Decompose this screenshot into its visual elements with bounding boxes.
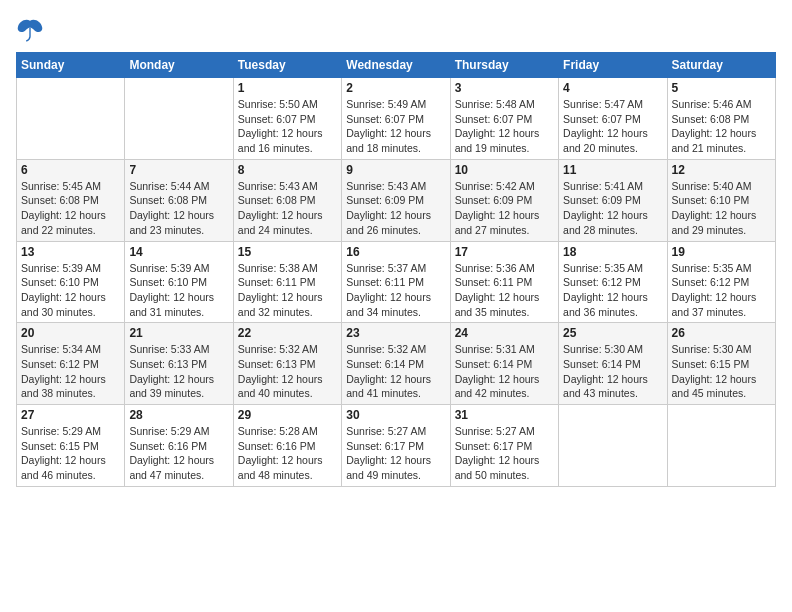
day-info: Sunrise: 5:29 AMSunset: 6:15 PMDaylight:… [21, 424, 120, 483]
day-number: 26 [672, 326, 771, 340]
day-info: Sunrise: 5:39 AMSunset: 6:10 PMDaylight:… [129, 261, 228, 320]
calendar-weekday-sunday: Sunday [17, 53, 125, 78]
day-number: 9 [346, 163, 445, 177]
calendar-cell: 19Sunrise: 5:35 AMSunset: 6:12 PMDayligh… [667, 241, 775, 323]
day-info: Sunrise: 5:44 AMSunset: 6:08 PMDaylight:… [129, 179, 228, 238]
day-info: Sunrise: 5:37 AMSunset: 6:11 PMDaylight:… [346, 261, 445, 320]
calendar-cell: 21Sunrise: 5:33 AMSunset: 6:13 PMDayligh… [125, 323, 233, 405]
calendar-cell: 22Sunrise: 5:32 AMSunset: 6:13 PMDayligh… [233, 323, 341, 405]
day-info: Sunrise: 5:29 AMSunset: 6:16 PMDaylight:… [129, 424, 228, 483]
day-info: Sunrise: 5:32 AMSunset: 6:13 PMDaylight:… [238, 342, 337, 401]
day-info: Sunrise: 5:33 AMSunset: 6:13 PMDaylight:… [129, 342, 228, 401]
calendar-cell: 25Sunrise: 5:30 AMSunset: 6:14 PMDayligh… [559, 323, 667, 405]
day-number: 8 [238, 163, 337, 177]
calendar-week-row: 20Sunrise: 5:34 AMSunset: 6:12 PMDayligh… [17, 323, 776, 405]
calendar-cell: 29Sunrise: 5:28 AMSunset: 6:16 PMDayligh… [233, 405, 341, 487]
calendar-weekday-monday: Monday [125, 53, 233, 78]
calendar-weekday-friday: Friday [559, 53, 667, 78]
day-info: Sunrise: 5:50 AMSunset: 6:07 PMDaylight:… [238, 97, 337, 156]
calendar-weekday-wednesday: Wednesday [342, 53, 450, 78]
day-number: 12 [672, 163, 771, 177]
calendar-cell [559, 405, 667, 487]
calendar-cell: 9Sunrise: 5:43 AMSunset: 6:09 PMDaylight… [342, 159, 450, 241]
day-number: 31 [455, 408, 554, 422]
calendar-cell: 14Sunrise: 5:39 AMSunset: 6:10 PMDayligh… [125, 241, 233, 323]
day-number: 13 [21, 245, 120, 259]
calendar-cell: 26Sunrise: 5:30 AMSunset: 6:15 PMDayligh… [667, 323, 775, 405]
day-info: Sunrise: 5:30 AMSunset: 6:14 PMDaylight:… [563, 342, 662, 401]
calendar-cell: 28Sunrise: 5:29 AMSunset: 6:16 PMDayligh… [125, 405, 233, 487]
calendar-cell: 30Sunrise: 5:27 AMSunset: 6:17 PMDayligh… [342, 405, 450, 487]
day-info: Sunrise: 5:36 AMSunset: 6:11 PMDaylight:… [455, 261, 554, 320]
calendar-cell: 23Sunrise: 5:32 AMSunset: 6:14 PMDayligh… [342, 323, 450, 405]
calendar-cell: 16Sunrise: 5:37 AMSunset: 6:11 PMDayligh… [342, 241, 450, 323]
day-info: Sunrise: 5:39 AMSunset: 6:10 PMDaylight:… [21, 261, 120, 320]
calendar-cell: 6Sunrise: 5:45 AMSunset: 6:08 PMDaylight… [17, 159, 125, 241]
day-number: 14 [129, 245, 228, 259]
calendar-cell: 11Sunrise: 5:41 AMSunset: 6:09 PMDayligh… [559, 159, 667, 241]
day-info: Sunrise: 5:34 AMSunset: 6:12 PMDaylight:… [21, 342, 120, 401]
day-info: Sunrise: 5:35 AMSunset: 6:12 PMDaylight:… [563, 261, 662, 320]
day-info: Sunrise: 5:32 AMSunset: 6:14 PMDaylight:… [346, 342, 445, 401]
day-number: 19 [672, 245, 771, 259]
calendar-cell [667, 405, 775, 487]
calendar-cell [17, 78, 125, 160]
calendar-weekday-saturday: Saturday [667, 53, 775, 78]
logo-bird-icon [16, 16, 44, 44]
day-info: Sunrise: 5:43 AMSunset: 6:08 PMDaylight:… [238, 179, 337, 238]
day-number: 27 [21, 408, 120, 422]
calendar-cell: 13Sunrise: 5:39 AMSunset: 6:10 PMDayligh… [17, 241, 125, 323]
page-header [16, 16, 776, 44]
day-number: 18 [563, 245, 662, 259]
day-number: 11 [563, 163, 662, 177]
calendar-cell: 17Sunrise: 5:36 AMSunset: 6:11 PMDayligh… [450, 241, 558, 323]
day-number: 29 [238, 408, 337, 422]
day-number: 17 [455, 245, 554, 259]
day-number: 1 [238, 81, 337, 95]
calendar-cell: 5Sunrise: 5:46 AMSunset: 6:08 PMDaylight… [667, 78, 775, 160]
calendar-cell: 12Sunrise: 5:40 AMSunset: 6:10 PMDayligh… [667, 159, 775, 241]
calendar-cell: 1Sunrise: 5:50 AMSunset: 6:07 PMDaylight… [233, 78, 341, 160]
day-info: Sunrise: 5:40 AMSunset: 6:10 PMDaylight:… [672, 179, 771, 238]
day-number: 7 [129, 163, 228, 177]
calendar-cell: 24Sunrise: 5:31 AMSunset: 6:14 PMDayligh… [450, 323, 558, 405]
calendar-weekday-tuesday: Tuesday [233, 53, 341, 78]
calendar-cell: 4Sunrise: 5:47 AMSunset: 6:07 PMDaylight… [559, 78, 667, 160]
day-number: 6 [21, 163, 120, 177]
calendar-cell: 7Sunrise: 5:44 AMSunset: 6:08 PMDaylight… [125, 159, 233, 241]
day-number: 22 [238, 326, 337, 340]
calendar-cell: 8Sunrise: 5:43 AMSunset: 6:08 PMDaylight… [233, 159, 341, 241]
day-info: Sunrise: 5:35 AMSunset: 6:12 PMDaylight:… [672, 261, 771, 320]
calendar-cell: 2Sunrise: 5:49 AMSunset: 6:07 PMDaylight… [342, 78, 450, 160]
day-info: Sunrise: 5:27 AMSunset: 6:17 PMDaylight:… [346, 424, 445, 483]
day-number: 10 [455, 163, 554, 177]
calendar-cell: 15Sunrise: 5:38 AMSunset: 6:11 PMDayligh… [233, 241, 341, 323]
day-info: Sunrise: 5:30 AMSunset: 6:15 PMDaylight:… [672, 342, 771, 401]
day-info: Sunrise: 5:28 AMSunset: 6:16 PMDaylight:… [238, 424, 337, 483]
day-number: 2 [346, 81, 445, 95]
day-info: Sunrise: 5:45 AMSunset: 6:08 PMDaylight:… [21, 179, 120, 238]
day-number: 28 [129, 408, 228, 422]
calendar-week-row: 6Sunrise: 5:45 AMSunset: 6:08 PMDaylight… [17, 159, 776, 241]
day-info: Sunrise: 5:48 AMSunset: 6:07 PMDaylight:… [455, 97, 554, 156]
day-number: 23 [346, 326, 445, 340]
calendar-cell [125, 78, 233, 160]
day-info: Sunrise: 5:38 AMSunset: 6:11 PMDaylight:… [238, 261, 337, 320]
day-number: 5 [672, 81, 771, 95]
calendar-header-row: SundayMondayTuesdayWednesdayThursdayFrid… [17, 53, 776, 78]
calendar-week-row: 27Sunrise: 5:29 AMSunset: 6:15 PMDayligh… [17, 405, 776, 487]
calendar-cell: 10Sunrise: 5:42 AMSunset: 6:09 PMDayligh… [450, 159, 558, 241]
calendar-cell: 27Sunrise: 5:29 AMSunset: 6:15 PMDayligh… [17, 405, 125, 487]
day-info: Sunrise: 5:49 AMSunset: 6:07 PMDaylight:… [346, 97, 445, 156]
day-info: Sunrise: 5:47 AMSunset: 6:07 PMDaylight:… [563, 97, 662, 156]
day-number: 30 [346, 408, 445, 422]
calendar-weekday-thursday: Thursday [450, 53, 558, 78]
calendar-week-row: 1Sunrise: 5:50 AMSunset: 6:07 PMDaylight… [17, 78, 776, 160]
day-number: 24 [455, 326, 554, 340]
day-number: 4 [563, 81, 662, 95]
day-info: Sunrise: 5:46 AMSunset: 6:08 PMDaylight:… [672, 97, 771, 156]
calendar-cell: 20Sunrise: 5:34 AMSunset: 6:12 PMDayligh… [17, 323, 125, 405]
day-info: Sunrise: 5:43 AMSunset: 6:09 PMDaylight:… [346, 179, 445, 238]
day-number: 21 [129, 326, 228, 340]
day-info: Sunrise: 5:31 AMSunset: 6:14 PMDaylight:… [455, 342, 554, 401]
